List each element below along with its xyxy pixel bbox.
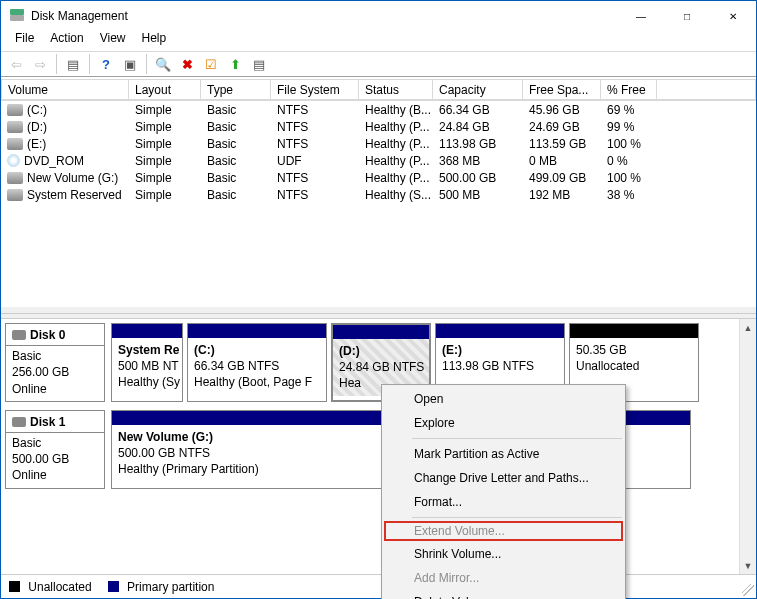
- volume-list[interactable]: (C:)SimpleBasicNTFSHealthy (B...66.34 GB…: [1, 101, 756, 313]
- drive-icon: [7, 104, 23, 116]
- minimize-button[interactable]: —: [618, 1, 664, 31]
- menu-view[interactable]: View: [92, 29, 134, 47]
- ctx-extend[interactable]: Extend Volume...: [414, 524, 505, 538]
- ctx-open[interactable]: Open: [384, 387, 623, 411]
- col-freespace[interactable]: Free Spa...: [523, 79, 601, 100]
- partition-color-bar: [333, 325, 429, 339]
- partition[interactable]: System Re500 MB NTHealthy (Sy: [111, 323, 183, 402]
- volume-name: (C:): [27, 103, 47, 117]
- volume-name: (D:): [27, 120, 47, 134]
- scroll-up-button[interactable]: ▲: [740, 319, 757, 336]
- disk-label: Disk 0: [30, 327, 65, 343]
- help-button[interactable]: ?: [95, 53, 117, 75]
- ctx-format[interactable]: Format...: [384, 490, 623, 514]
- volume-filesystem: NTFS: [271, 188, 359, 202]
- volume-capacity: 500.00 GB: [433, 171, 523, 185]
- ctx-delete[interactable]: Delete Volume...: [384, 590, 623, 599]
- volume-layout: Simple: [129, 137, 201, 151]
- volume-layout: Simple: [129, 154, 201, 168]
- ctx-explore[interactable]: Explore: [384, 411, 623, 435]
- drive-icon: [7, 189, 23, 201]
- ctx-mark-active[interactable]: Mark Partition as Active: [384, 442, 623, 466]
- ctx-extend-highlight: Extend Volume...: [384, 521, 623, 541]
- volume-type: Basic: [201, 188, 271, 202]
- show-hide-console-tree-button[interactable]: ▤: [62, 53, 84, 75]
- menu-help[interactable]: Help: [134, 29, 175, 47]
- partition-size: 113.98 GB NTFS: [442, 359, 534, 373]
- disk-info[interactable]: Disk 1Basic500.00 GBOnline: [5, 410, 105, 489]
- col-capacity[interactable]: Capacity: [433, 79, 523, 100]
- col-pctfree[interactable]: % Free: [601, 79, 657, 100]
- partition-title: (C:): [194, 343, 215, 357]
- disk-row: Disk 0Basic256.00 GBOnlineSystem Re500 M…: [5, 323, 739, 402]
- volume-filesystem: NTFS: [271, 171, 359, 185]
- volume-name: System Reserved: [27, 188, 122, 202]
- ctx-add-mirror: Add Mirror...: [384, 566, 623, 590]
- settings-button[interactable]: ▣: [119, 53, 141, 75]
- volume-status: Healthy (B...: [359, 103, 433, 117]
- partition-title: New Volume (G:): [118, 430, 213, 444]
- volume-status: Healthy (P...: [359, 154, 433, 168]
- volume-filesystem: NTFS: [271, 137, 359, 151]
- disk-type: Basic: [12, 348, 98, 364]
- volume-free: 24.69 GB: [523, 120, 601, 134]
- menubar: File Action View Help: [1, 31, 756, 51]
- back-button[interactable]: ⇦: [5, 53, 27, 75]
- volume-free: 113.59 GB: [523, 137, 601, 151]
- volume-type: Basic: [201, 137, 271, 151]
- ctx-change-letter[interactable]: Change Drive Letter and Paths...: [384, 466, 623, 490]
- col-filesystem[interactable]: File System: [271, 79, 359, 100]
- col-type[interactable]: Type: [201, 79, 271, 100]
- volume-row[interactable]: System ReservedSimpleBasicNTFSHealthy (S…: [1, 186, 756, 203]
- dvd-icon: [7, 154, 20, 167]
- partition-status: Healthy (Sy: [118, 375, 180, 389]
- menu-file[interactable]: File: [7, 29, 42, 47]
- volume-status: Healthy (S...: [359, 188, 433, 202]
- ctx-shrink[interactable]: Shrink Volume...: [384, 542, 623, 566]
- partition-color-bar: [436, 324, 564, 338]
- partition-title: System Re: [118, 343, 179, 357]
- check-icon[interactable]: ☑: [200, 53, 222, 75]
- col-layout[interactable]: Layout: [129, 79, 201, 100]
- scroll-down-button[interactable]: ▼: [740, 557, 757, 574]
- action-icon[interactable]: ⬆: [224, 53, 246, 75]
- partition-status: Unallocated: [576, 359, 639, 373]
- volume-layout: Simple: [129, 171, 201, 185]
- volume-row[interactable]: (D:)SimpleBasicNTFSHealthy (P...24.84 GB…: [1, 118, 756, 135]
- partition-status: Hea: [339, 376, 361, 390]
- volume-row[interactable]: (C:)SimpleBasicNTFSHealthy (B...66.34 GB…: [1, 101, 756, 118]
- close-button[interactable]: ✕: [710, 1, 756, 31]
- volume-row[interactable]: (E:)SimpleBasicNTFSHealthy (P...113.98 G…: [1, 135, 756, 152]
- volume-pctfree: 99 %: [601, 120, 657, 134]
- legend-unallocated: Unallocated: [9, 580, 92, 594]
- volume-pctfree: 69 %: [601, 103, 657, 117]
- disk-graphic-area: Disk 0Basic256.00 GBOnlineSystem Re500 M…: [1, 319, 756, 574]
- partition-title: (D:): [339, 344, 360, 358]
- properties-button[interactable]: ▤: [248, 53, 270, 75]
- disk-info[interactable]: Disk 0Basic256.00 GBOnline: [5, 323, 105, 402]
- app-icon: [9, 8, 25, 24]
- drive-icon: [7, 172, 23, 184]
- legend-primary-swatch: [108, 581, 119, 592]
- vertical-scrollbar[interactable]: ▲ ▼: [739, 319, 756, 574]
- col-volume[interactable]: Volume: [1, 79, 129, 100]
- col-status[interactable]: Status: [359, 79, 433, 100]
- disk-type: Basic: [12, 435, 98, 451]
- partition[interactable]: (C:)66.34 GB NTFSHealthy (Boot, Page F: [187, 323, 327, 402]
- delete-icon[interactable]: ✖: [176, 53, 198, 75]
- volume-row[interactable]: New Volume (G:)SimpleBasicNTFSHealthy (P…: [1, 169, 756, 186]
- refresh-button[interactable]: 🔍: [152, 53, 174, 75]
- volume-filesystem: NTFS: [271, 103, 359, 117]
- disk-icon: [12, 417, 26, 427]
- resize-grip[interactable]: [742, 584, 754, 596]
- volume-capacity: 66.34 GB: [433, 103, 523, 117]
- volume-row[interactable]: DVD_ROMSimpleBasicUDFHealthy (P...368 MB…: [1, 152, 756, 169]
- forward-button[interactable]: ⇨: [29, 53, 51, 75]
- maximize-button[interactable]: □: [664, 1, 710, 31]
- volume-layout: Simple: [129, 120, 201, 134]
- menu-action[interactable]: Action: [42, 29, 91, 47]
- legend-primary: Primary partition: [108, 580, 215, 594]
- col-extra: [657, 79, 756, 100]
- partition-size: 50.35 GB: [576, 343, 627, 357]
- volume-status: Healthy (P...: [359, 137, 433, 151]
